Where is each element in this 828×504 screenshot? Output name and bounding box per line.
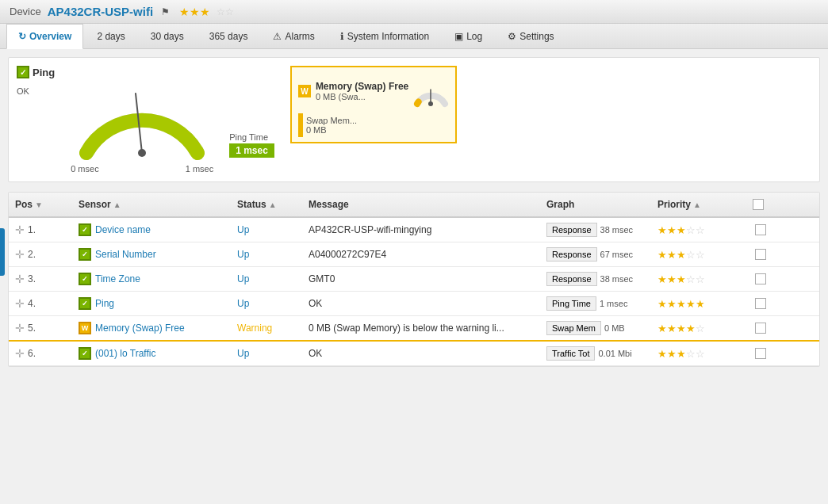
gauge-svg: [71, 66, 213, 161]
stars-filled: ★★★: [179, 6, 210, 18]
drag-handle[interactable]: ✛: [15, 297, 25, 310]
tab-30days[interactable]: 30 days: [139, 24, 196, 48]
drag-handle[interactable]: ✛: [15, 322, 25, 334]
pos-sort-icon: ▼: [35, 200, 43, 209]
col-pos[interactable]: Pos ▼: [9, 199, 72, 210]
sensor-table: Pos ▼ Sensor ▲ Status ▲ Message Graph Pr…: [8, 192, 820, 367]
cell-graph: Swap Mem 0 MB: [540, 321, 651, 335]
nav-tabs: ↻ Overview 2 days 30 days 365 days ⚠ Ala…: [0, 24, 828, 49]
cell-select: [746, 273, 775, 284]
graph-button[interactable]: Traffic Tot: [546, 346, 595, 361]
cell-message: OK: [302, 348, 536, 359]
cell-sensor: W Memory (Swap) Free: [72, 322, 231, 334]
sensor-link[interactable]: Device name: [95, 224, 151, 235]
tab-alarms[interactable]: ⚠ Alarms: [261, 24, 326, 48]
drag-handle[interactable]: ✛: [15, 347, 25, 360]
graph-value: 38 msec: [600, 225, 634, 235]
cell-status: Up: [231, 273, 302, 284]
status-sort-icon: ▲: [269, 200, 277, 209]
cell-pos: ✛ 4.: [9, 297, 72, 310]
overview-icon: ↻: [18, 31, 26, 42]
pos-number: 6.: [28, 348, 36, 359]
tab-365days[interactable]: 365 days: [197, 24, 260, 48]
table-row: ✛ 5. W Memory (Swap) Free Warning 0 MB (…: [9, 316, 819, 342]
memory-title: Memory (Swap) Free: [316, 81, 408, 92]
swap-value: 0 MB: [306, 125, 357, 135]
info-icon: ℹ: [340, 31, 344, 42]
cell-priority: ★★★☆☆: [651, 249, 746, 261]
row-checkbox[interactable]: [755, 249, 766, 260]
ping-status: OK: [17, 86, 55, 96]
col-priority[interactable]: Priority ▲: [651, 199, 746, 210]
cell-select: [746, 348, 775, 359]
row-checkbox[interactable]: [755, 298, 766, 309]
warning-w-icon: W: [298, 85, 311, 97]
tab-overview[interactable]: ↻ Overview: [6, 24, 83, 49]
swap-bar: [298, 113, 303, 137]
sensor-link[interactable]: Memory (Swap) Free: [95, 323, 185, 334]
tab-system-information[interactable]: ℹ System Information: [328, 24, 441, 48]
cell-pos: ✛ 3.: [9, 273, 72, 285]
sensor-link[interactable]: Ping: [95, 298, 114, 309]
drag-handle[interactable]: ✛: [15, 273, 25, 285]
table-row: ✛ 4. ✓ Ping Up OK Ping Time 1 msec ★★★★★: [9, 292, 819, 316]
device-name: AP432CR-USP-wifi: [48, 5, 153, 18]
col-select[interactable]: [746, 199, 775, 210]
drag-handle[interactable]: ✛: [15, 223, 25, 236]
gauge-scale: 0 msec 1 msec: [71, 164, 213, 174]
gauge-max: 1 msec: [186, 164, 213, 174]
tab-2days[interactable]: 2 days: [85, 24, 136, 48]
pos-number: 5.: [28, 323, 36, 334]
cell-priority: ★★★☆☆: [651, 273, 746, 285]
cell-status: Up: [231, 224, 302, 235]
memory-value: 0 MB (Swa...: [316, 92, 408, 101]
row-checkbox[interactable]: [755, 224, 766, 235]
cell-graph: Ping Time 1 msec: [540, 296, 651, 311]
graph-button[interactable]: Swap Mem: [546, 321, 601, 335]
sensor-check-icon: ✓: [79, 273, 91, 285]
col-message: Message: [302, 199, 540, 210]
row-checkbox[interactable]: [755, 273, 766, 284]
header: Device AP432CR-USP-wifi ⚑ ★★★☆☆: [0, 0, 828, 24]
graph-button[interactable]: Ping Time: [546, 296, 596, 311]
sensor-link[interactable]: Time Zone: [95, 273, 140, 284]
cell-pos: ✛ 5.: [9, 322, 72, 334]
ping-label: Ping: [33, 67, 55, 78]
memory-gauge-mini: [413, 72, 449, 110]
row-checkbox[interactable]: [755, 323, 766, 334]
cell-pos: ✛ 6.: [9, 347, 72, 360]
pos-number: 4.: [28, 298, 36, 309]
cell-select: [746, 224, 775, 235]
cell-graph: Traffic Tot 0.01 Mbi: [540, 346, 651, 361]
sensor-link[interactable]: (001) lo Traffic: [95, 348, 155, 359]
pos-number: 3.: [28, 273, 36, 284]
table-row: ✛ 6. ✓ (001) lo Traffic Up OK Traffic To…: [9, 342, 819, 366]
tab-log[interactable]: ▣ Log: [443, 24, 494, 48]
table-body: ✛ 1. ✓ Device name Up AP432CR-USP-wifi-m…: [9, 218, 819, 366]
cell-message: A04000272C97E4: [302, 249, 536, 260]
sensor-link[interactable]: Serial Number: [95, 249, 156, 260]
cell-select: [746, 298, 775, 309]
log-icon: ▣: [454, 31, 463, 42]
graph-value: 38 msec: [600, 274, 634, 284]
cell-message: OK: [302, 298, 536, 309]
settings-icon: ⚙: [508, 31, 516, 42]
tab-settings[interactable]: ⚙ Settings: [496, 24, 565, 48]
graph-button[interactable]: Response: [546, 247, 597, 262]
swap-label: Swap Mem...: [306, 116, 357, 125]
drag-handle[interactable]: ✛: [15, 248, 25, 261]
overview-panel: ✓ Ping OK: [8, 57, 820, 182]
row-checkbox[interactable]: [755, 348, 766, 359]
left-accent: [0, 228, 5, 276]
memory-widget: W Memory (Swap) Free 0 MB (Swa...: [290, 66, 457, 143]
cell-status: Warning: [231, 323, 302, 334]
ping-time-label: Ping Time: [229, 132, 274, 142]
cell-graph: Response 38 msec: [540, 272, 651, 286]
graph-button[interactable]: Response: [546, 223, 597, 237]
col-status[interactable]: Status ▲: [231, 199, 302, 210]
sensor-sort-icon: ▲: [113, 200, 121, 209]
col-sensor[interactable]: Sensor ▲: [72, 199, 231, 210]
cell-priority: ★★★★★: [651, 298, 746, 310]
graph-button[interactable]: Response: [546, 272, 597, 286]
select-all-checkbox[interactable]: [753, 199, 764, 210]
